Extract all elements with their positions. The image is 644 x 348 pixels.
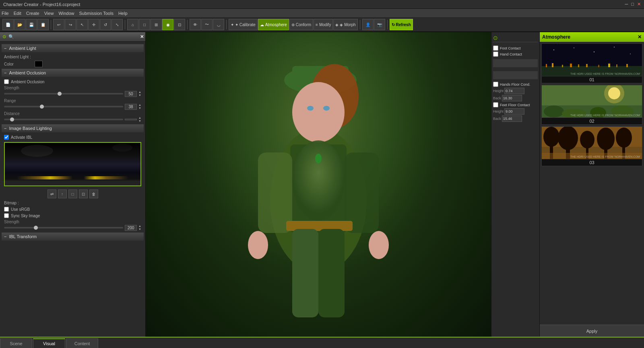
strength-thumb[interactable] — [58, 92, 62, 96]
svg-rect-22 — [570, 64, 572, 67]
distance-up[interactable]: ▲ — [138, 116, 141, 119]
ambient-light-section[interactable]: − Ambient Light — [2, 44, 144, 52]
distance-thumb[interactable] — [10, 117, 14, 121]
range-track[interactable] — [4, 106, 123, 107]
strength-value[interactable]: 50 — [125, 91, 137, 97]
ibl-delete-btn[interactable]: 🗑 — [89, 189, 98, 198]
atmosphere-close-btn[interactable]: ✕ — [638, 34, 642, 40]
ibl-preview[interactable] — [4, 142, 141, 186]
select-btn[interactable]: ↖ — [76, 19, 88, 30]
morph-btn[interactable]: ◈ ◈ Morph — [333, 19, 357, 30]
range-down[interactable]: ▼ — [138, 107, 141, 110]
menu-edit[interactable]: Edit — [14, 11, 21, 16]
frame-btn[interactable]: □ — [139, 19, 150, 30]
range-value[interactable]: 38 — [125, 104, 137, 110]
minimize-btn[interactable]: ─ — [625, 2, 628, 7]
open-btn[interactable]: 📂 — [14, 19, 25, 30]
range-up[interactable]: ▲ — [138, 103, 141, 107]
ibl-section-header[interactable]: − Image Based Lighting — [2, 124, 144, 132]
range-stepper[interactable]: ▲ ▼ — [138, 103, 141, 110]
foot-contact-checkbox[interactable] — [493, 45, 498, 51]
calibrate-btn[interactable]: ✦ ✦ Calibrate — [229, 19, 258, 30]
modify-btn[interactable]: ≡ Modify — [314, 19, 333, 30]
panel-icon2: 🔍 — [8, 34, 14, 39]
back-1-input[interactable]: 16.30 — [502, 95, 522, 101]
atmosphere-item-03[interactable]: THE HDRI USED HERE IS FROM 'NORHHAVEN.CO… — [541, 126, 642, 166]
use-srgb-checkbox[interactable] — [4, 207, 9, 212]
maximize-btn[interactable]: □ — [631, 2, 634, 7]
range-thumb[interactable] — [40, 105, 44, 109]
hand-contact-checkbox[interactable] — [493, 51, 498, 57]
menu-create[interactable]: Create — [26, 11, 39, 16]
feet-floor-checkbox[interactable] — [493, 102, 498, 107]
feet-floor-row: Feet Floor Contact — [493, 102, 538, 107]
menu-view[interactable]: View — [44, 11, 54, 16]
atmosphere-btn[interactable]: ☁ Atmosphere — [258, 19, 289, 30]
move-btn[interactable]: ✛ — [88, 19, 99, 30]
cloth-btn[interactable]: ◡ — [213, 19, 224, 30]
distance-track[interactable] — [4, 119, 123, 120]
distance-value[interactable] — [125, 119, 137, 120]
eye-btn[interactable]: 👁 — [190, 19, 201, 30]
back-2-input[interactable]: 15.46 — [502, 115, 522, 122]
menu-file[interactable]: File — [2, 11, 9, 16]
atmosphere-title: Atmosphere — [542, 34, 570, 40]
ibl-grid-btn[interactable]: ⊡ — [79, 189, 88, 198]
figure-btn[interactable]: 👤 — [362, 19, 374, 30]
distance-stepper[interactable]: ▲ ▼ — [138, 116, 141, 123]
ibl-strength-down[interactable]: ▼ — [138, 228, 141, 231]
ibl-up-btn[interactable]: ↑ — [58, 189, 67, 198]
strength-up[interactable]: ▲ — [138, 91, 141, 94]
refresh-btn[interactable]: ↻ Refresh — [390, 19, 413, 30]
atmosphere-item-02[interactable]: THE HDRI USED HERE IS FROM 'NORHHAVEN.CO… — [541, 85, 642, 125]
menu-help[interactable]: Help — [118, 11, 128, 16]
hands-floor-checkbox[interactable] — [493, 82, 498, 87]
panel-close-btn[interactable]: ✕ — [140, 34, 144, 39]
ibl-content: Activate IBL ⇄ ↑ □ ⊡ 🗑 — [2, 134, 144, 232]
save-btn[interactable]: 💾 — [26, 19, 37, 30]
ibl-strength-value[interactable]: 200 — [125, 225, 137, 231]
height-2-input[interactable]: 9.00 — [504, 108, 524, 115]
ibl-strength-track[interactable] — [4, 227, 123, 229]
menu-window[interactable]: Window — [58, 11, 74, 16]
undo-btn[interactable]: ↩ — [53, 19, 64, 30]
save-as-btn[interactable]: 📋 — [37, 19, 49, 30]
tab-visual[interactable]: Visual — [33, 338, 65, 348]
shading-btn[interactable]: ◉ — [162, 19, 173, 30]
ibl-strength-stepper[interactable]: ▲ ▼ — [138, 224, 141, 231]
wireframe-btn[interactable]: ⊞ — [151, 19, 162, 30]
ambient-color-swatch[interactable] — [35, 61, 43, 67]
strength-stepper[interactable]: ▲ ▼ — [138, 91, 141, 97]
scale-btn[interactable]: ⤡ — [111, 19, 123, 30]
ibl-transform-section[interactable]: − IBL Transform — [2, 233, 144, 241]
sync-sky-checkbox[interactable] — [4, 213, 9, 218]
strength-track[interactable] — [4, 93, 123, 95]
viewport[interactable] — [146, 32, 491, 337]
ibl-strength-thumb[interactable] — [34, 226, 38, 230]
tab-scene[interactable]: Scene — [0, 338, 32, 348]
ibl-swap-btn[interactable]: ⇄ — [47, 189, 56, 198]
hair-btn[interactable]: 〜 — [201, 19, 213, 30]
height-1-input[interactable]: 0.74 — [504, 88, 524, 94]
conform-btn[interactable]: ⊛ Conform — [289, 19, 313, 30]
menu-submission-tools[interactable]: Submission Tools — [79, 11, 114, 16]
atmosphere-apply-btn[interactable]: Apply — [540, 325, 644, 337]
redo-btn[interactable]: ↪ — [65, 19, 76, 30]
atmosphere-item-01[interactable]: THE HDRI USED HERE IS FROM 'NORHHAVEN.CO… — [541, 43, 642, 83]
hands-floor-label: Hands Floor Cond. — [500, 82, 530, 86]
ibl-strength-up[interactable]: ▲ — [138, 224, 141, 228]
rotate-btn[interactable]: ↺ — [100, 19, 111, 30]
distance-down[interactable]: ▼ — [138, 119, 141, 123]
viewport-btn[interactable]: ⌂ — [127, 19, 138, 30]
character-container — [146, 32, 491, 337]
strength-down[interactable]: ▼ — [138, 94, 141, 97]
close-btn[interactable]: ✕ — [637, 2, 641, 7]
ao-checkbox[interactable] — [4, 79, 9, 84]
activate-ibl-checkbox[interactable] — [4, 135, 9, 140]
ibl-frame-btn[interactable]: □ — [68, 189, 77, 198]
tab-content[interactable]: Content — [66, 338, 98, 348]
camera-btn[interactable]: 📷 — [374, 19, 385, 30]
texture-btn[interactable]: ⊡ — [174, 19, 185, 30]
ambient-occlusion-section[interactable]: − Ambient Occlusion — [2, 69, 144, 77]
new-btn[interactable]: 📄 — [2, 19, 14, 30]
